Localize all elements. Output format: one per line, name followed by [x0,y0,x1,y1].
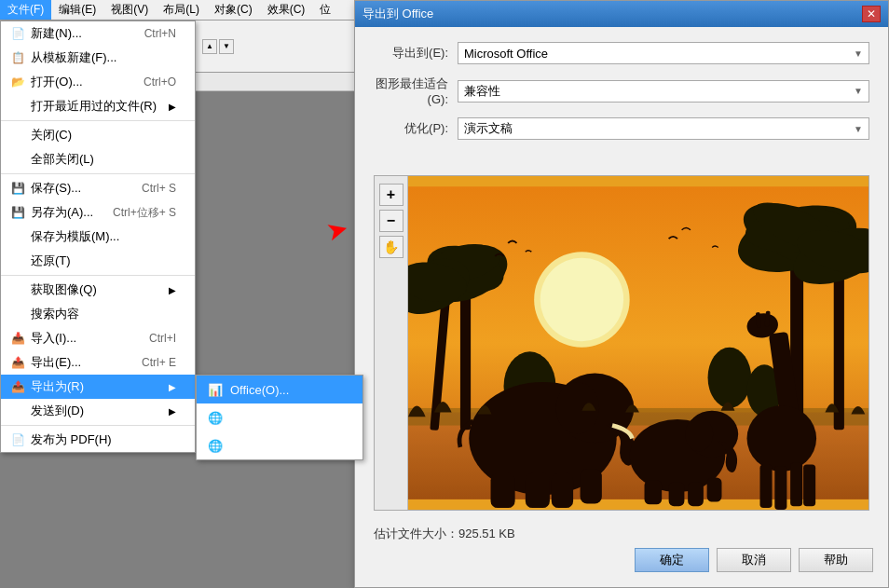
menu-item-save-template[interactable]: 保存为模版(M)... [1,225,195,249]
dialog-titlebar: 导出到 Office ✕ [355,1,888,27]
export-to-label: 导出到(E): [374,45,458,62]
preview-area: + − ✋ [374,175,869,511]
file-dropdown-menu: 📄 新建(N)... Ctrl+N 📋 从模板新建(F)... 📂 打开(O).… [0,21,196,453]
menu-item-search[interactable]: 搜索内容 [1,302,195,326]
export-as-arrow: ▶ [169,382,176,392]
template-icon: 📋 [10,50,25,65]
menu-edit[interactable]: 编辑(E) [51,0,103,20]
svg-point-21 [708,348,752,408]
pan-button[interactable]: ✋ [379,236,403,258]
menu-item-from-template[interactable]: 📋 从模板新建(F)... [1,46,195,70]
help-button[interactable]: 帮助 [799,548,873,572]
separator-1 [1,120,195,121]
menu-item-new[interactable]: 📄 新建(N)... Ctrl+N [1,21,195,46]
svg-rect-35 [688,482,704,506]
export-to-select[interactable]: Microsoft Office ▼ [458,42,869,64]
save-as-icon: 💾 [10,205,25,220]
menu-item-import[interactable]: 📥 导入(I)... Ctrl+I [1,326,195,350]
graphics-arrow: ▼ [854,86,863,96]
menu-effect[interactable]: 效果(C) [260,0,313,20]
svg-rect-42 [759,464,772,508]
optimize-label: 优化(P): [374,120,458,137]
svg-rect-33 [645,480,663,504]
zoom-out-button[interactable]: − [379,210,403,232]
menu-item-recent[interactable]: 打开最近用过的文件(R) ▶ [1,94,195,118]
svg-point-2 [540,258,623,341]
send-icon [10,403,25,418]
menu-item-close-all[interactable]: 全部关闭(L) [1,147,195,171]
menu-object[interactable]: 对象(C) [207,0,260,20]
svg-point-32 [685,417,713,451]
optimize-select[interactable]: 演示文稿 ▼ [458,117,869,140]
close-doc-icon [10,128,25,143]
menu-item-close[interactable]: 关闭(C) [1,123,195,147]
menu-bar: 文件(F) 编辑(E) 视图(V) 布局(L) 对象(C) 效果(C) 位 [0,0,354,21]
submenu-office[interactable]: 📊 Office(O)... [197,376,362,403]
menu-layout[interactable]: 布局(L) [156,0,207,20]
save-icon: 💾 [10,181,25,196]
menu-view[interactable]: 视图(V) [103,0,156,20]
new-icon: 📄 [10,26,25,41]
separator-4 [1,425,195,426]
export-dialog: 导出到 Office ✕ 导出到(E): Microsoft Office ▼ … [354,0,889,588]
save-template-icon [10,229,25,244]
zoom-in-button[interactable]: + [379,184,403,206]
export-as-submenu: 📊 Office(O)... 🌐 Web(W)... 🌐 HTML(H)... [196,375,363,460]
graphics-control: 兼容性 ▼ [458,80,869,103]
preview-image [408,176,868,510]
dialog-close-button[interactable]: ✕ [862,6,881,22]
export-icon: 📤 [10,355,25,370]
menu-item-revert[interactable]: 还原(T) [1,249,195,273]
menu-item-publish-pdf[interactable]: 📄 发布为 PDF(H) [1,428,195,452]
svg-rect-36 [707,477,722,501]
optimize-row: 优化(P): 演示文稿 ▼ [374,117,869,140]
submenu-html[interactable]: 🌐 HTML(H)... [197,431,362,459]
menu-item-open[interactable]: 📂 打开(O)... Ctrl+O [1,70,195,94]
search-icon [10,307,25,321]
svg-rect-34 [669,482,685,506]
separator-3 [1,275,195,276]
graphics-select[interactable]: 兼容性 ▼ [458,80,869,103]
menu-item-send-to[interactable]: 发送到(D) ▶ [1,399,195,423]
export-as-icon: 📤 [10,379,25,394]
office-icon: 📊 [206,380,225,399]
html-icon: 🌐 [206,436,225,455]
svg-rect-29 [581,469,602,503]
export-to-row: 导出到(E): Microsoft Office ▼ [374,42,869,64]
acquire-icon [10,282,25,297]
menu-item-export-as[interactable]: 📤 导出为(R) ▶ 📊 Office(O)... 🌐 Web(W)... 🌐 … [1,375,195,399]
close-all-icon [10,152,25,167]
optimize-arrow: ▼ [854,124,863,134]
open-icon: 📂 [10,75,25,89]
import-icon: 📥 [10,331,25,346]
menu-item-acquire[interactable]: 获取图像(Q) ▶ [1,278,195,302]
pdf-icon: 📄 [10,432,25,447]
send-to-arrow: ▶ [169,406,176,417]
svg-rect-27 [526,473,550,508]
svg-rect-44 [790,463,802,507]
menu-item-save-as[interactable]: 💾 另存为(A)... Ctrl+位移+ S [1,200,195,225]
menu-file[interactable]: 文件(F) [0,0,51,20]
cancel-button[interactable]: 取消 [717,548,791,572]
menu-more[interactable]: 位 [312,0,338,20]
dialog-title: 导出到 Office [362,6,433,22]
menu-item-save[interactable]: 💾 保存(S)... Ctrl+ S [1,176,195,200]
dialog-buttons: 确定 取消 帮助 [635,548,873,572]
recent-icon [10,99,25,114]
submenu-web[interactable]: 🌐 Web(W)... [197,403,362,431]
optimize-control: 演示文稿 ▼ [458,117,869,140]
svg-rect-45 [803,464,815,506]
svg-rect-28 [552,473,573,508]
separator-2 [1,173,195,174]
graphics-label: 图形最佳适合(G): [374,75,458,106]
recent-arrow: ▶ [169,102,176,112]
ok-button[interactable]: 确定 [635,548,709,572]
web-icon: 🌐 [206,408,225,427]
export-to-control: Microsoft Office ▼ [458,42,869,64]
acquire-arrow: ▶ [169,285,176,295]
export-to-arrow: ▼ [854,48,863,59]
preview-toolbar: + − ✋ [375,176,408,510]
svg-rect-43 [774,466,786,510]
svg-point-41 [747,405,817,472]
menu-item-export[interactable]: 📤 导出(E)... Ctrl+ E [1,350,195,375]
